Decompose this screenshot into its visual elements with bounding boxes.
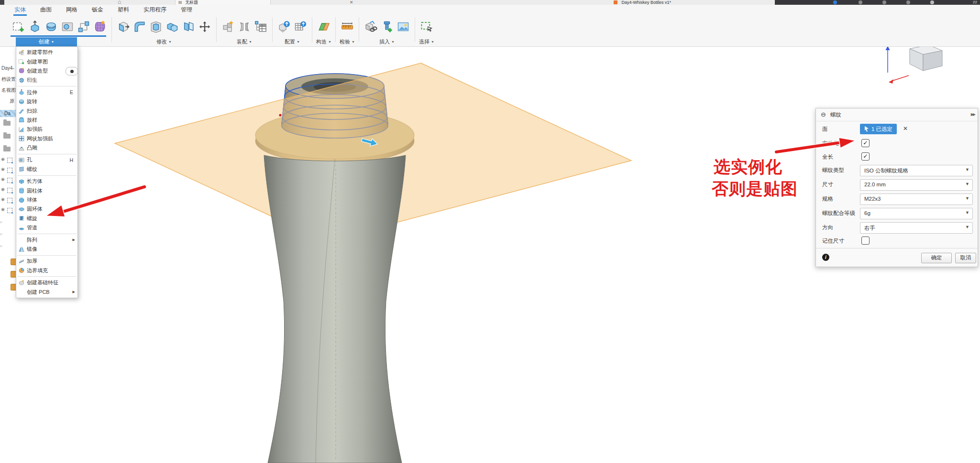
create-panel-label[interactable]: 创建▼	[16, 37, 77, 46]
group-label-configure[interactable]: 配置▼	[276, 37, 308, 46]
info-icon[interactable]: i	[822, 254, 829, 261]
designation-dropdown[interactable]: M22x3▼	[860, 194, 973, 205]
browser-sketch-row[interactable]: ◉	[1, 167, 12, 174]
group-label-insert[interactable]: 插入▼	[363, 37, 411, 46]
thread-dialog-titlebar[interactable]: ⊖ 螺纹 ▶▶	[816, 108, 978, 121]
face-selected-button[interactable]: 1 已选定	[860, 124, 897, 134]
expand-arrow-icon[interactable]: ▹	[0, 244, 2, 248]
visibility-eye-icon[interactable]: ◉	[1, 187, 5, 192]
revolve-icon[interactable]	[43, 17, 59, 36]
menu-item-新建零部件[interactable]: 新建零部件	[16, 48, 77, 57]
visibility-eye-icon[interactable]: ◉	[1, 207, 5, 212]
menu-item-创建草图[interactable]: 创建草图	[16, 57, 77, 66]
menu-item-圆柱体[interactable]: 圆柱体	[16, 186, 77, 195]
menu-item-长方体[interactable]: 长方体	[16, 177, 77, 186]
menu-item-螺纹[interactable]: 螺纹	[16, 165, 77, 174]
insert-derive-icon[interactable]	[363, 17, 379, 36]
tab-网格[interactable]: 网格	[65, 4, 78, 16]
untitled-document-tab[interactable]: ▤ 无标题	[175, 0, 271, 5]
tab-钣金[interactable]: 钣金	[91, 4, 104, 16]
menu-item-球体[interactable]: 球体	[16, 195, 77, 205]
menu-item-孔[interactable]: 孔H	[16, 155, 77, 164]
new-component-icon[interactable]	[220, 17, 236, 36]
menu-item-加厚[interactable]: 加厚	[16, 257, 77, 266]
browser-sketch-row[interactable]: ◉	[1, 207, 12, 215]
tab-实用程序[interactable]: 实用程序	[143, 4, 167, 16]
measure-icon[interactable]	[339, 17, 355, 36]
menu-item-螺旋[interactable]: 螺旋	[16, 214, 77, 223]
direction-dropdown[interactable]: 右手▼	[860, 222, 973, 234]
flyout-icon[interactable]: ▶▶	[971, 112, 975, 117]
class-dropdown[interactable]: 6g▼	[860, 208, 973, 219]
shell-icon[interactable]	[148, 17, 164, 36]
menu-item-旋转[interactable]: 旋转	[16, 97, 77, 106]
bottle-collar[interactable]	[255, 111, 414, 163]
form-icon[interactable]	[92, 17, 108, 36]
ok-button[interactable]: 确定	[921, 253, 952, 263]
combine-icon[interactable]	[164, 17, 180, 36]
visibility-eye-icon[interactable]: ◉	[1, 197, 5, 202]
visibility-eye-icon[interactable]: ◉	[1, 167, 5, 172]
canvas-icon[interactable]	[395, 17, 411, 36]
overlay-icon[interactable]	[833, 0, 837, 4]
visibility-eye-icon[interactable]: ◉	[1, 177, 5, 182]
overlay-icon[interactable]	[906, 0, 910, 4]
collapse-icon[interactable]: ⊖	[821, 111, 826, 118]
construction-plane[interactable]	[115, 63, 631, 241]
menu-item-加强筋[interactable]: 加强筋	[16, 125, 77, 134]
group-label-inspect[interactable]: 检验▼	[339, 37, 355, 46]
menu-item-拉伸[interactable]: 拉伸E	[16, 88, 77, 97]
select-tool-icon[interactable]	[418, 17, 435, 36]
press-pull-icon[interactable]	[115, 17, 132, 36]
browser-sketch-row[interactable]: ◉	[1, 157, 12, 164]
tab-管理[interactable]: 管理	[180, 4, 193, 16]
size-dropdown[interactable]: 22.0 mm▼	[860, 179, 973, 191]
joint-icon[interactable]	[236, 17, 253, 36]
overlay-icon[interactable]	[882, 0, 886, 4]
folder-icon[interactable]	[3, 121, 11, 126]
folder-icon[interactable]	[3, 134, 11, 139]
constraint-icon[interactable]	[76, 17, 92, 36]
tab-实体[interactable]: 实体	[13, 4, 27, 16]
expand-arrow-icon[interactable]: ▹	[0, 220, 2, 224]
folder-icon[interactable]	[3, 147, 11, 151]
config-table-icon[interactable]	[292, 17, 308, 36]
group-label-construct[interactable]: 构造▼	[316, 37, 332, 46]
hole-icon[interactable]	[59, 17, 76, 36]
menu-item-创建 PCB[interactable]: 创建 PCB▶	[16, 287, 77, 296]
full-length-checkbox[interactable]: ✓	[861, 152, 870, 161]
create-sketch-icon[interactable]	[11, 17, 27, 36]
browser-node-名视图[interactable]: 名视图	[1, 87, 16, 94]
menu-item-镜像[interactable]: 镜像	[16, 245, 77, 254]
overlay-icon[interactable]	[859, 0, 862, 4]
tab-塑料[interactable]: 塑料	[117, 4, 130, 16]
menu-item-凸雕[interactable]: 凸雕	[16, 143, 77, 152]
drag-manipulator-arrow[interactable]	[361, 136, 378, 148]
menu-item-阵列[interactable]: 阵列▶	[16, 235, 77, 244]
bottle-body[interactable]	[264, 155, 406, 463]
tab-曲面[interactable]: 曲面	[39, 4, 53, 16]
document-title-tab[interactable]: Day4-Whiskey Bottles v1*	[614, 0, 671, 5]
menu-item-管道[interactable]: 管道	[16, 223, 77, 232]
browser-sketch-row[interactable]: ◉	[1, 197, 12, 205]
browser-sketch-row[interactable]: ◉	[1, 177, 12, 184]
menu-item-放样[interactable]: 放样	[16, 116, 77, 125]
browser-sketch-row[interactable]: ◉	[1, 187, 12, 194]
menu-item-创建基础特征[interactable]: 创建基础特征	[16, 278, 77, 287]
menu-item-衍生[interactable]: 衍生	[16, 75, 77, 85]
remember-size-checkbox[interactable]	[861, 237, 870, 245]
overlay-icon[interactable]	[930, 0, 934, 4]
modeled-checkbox[interactable]: ✓	[861, 139, 870, 147]
group-label-assemble[interactable]: 装配▼	[220, 37, 269, 46]
move-icon[interactable]	[197, 17, 213, 36]
thread-type-dropdown[interactable]: ISO 公制螺纹规格▼	[860, 165, 973, 176]
clear-selection-button[interactable]: ✕	[903, 125, 908, 132]
bom-icon[interactable]	[253, 17, 269, 36]
menu-item-网状加强筋[interactable]: 网状加强筋	[16, 134, 77, 143]
tab-close-icon[interactable]: ✕	[350, 0, 353, 5]
menu-item-圆环体[interactable]: 圆环体	[16, 205, 77, 214]
cancel-button[interactable]: 取消	[955, 253, 976, 263]
insert-fastener-icon[interactable]	[379, 17, 395, 36]
menu-item-边界填充[interactable]: 边界填充	[16, 266, 77, 275]
menu-item-扫掠[interactable]: 扫掠	[16, 106, 77, 115]
